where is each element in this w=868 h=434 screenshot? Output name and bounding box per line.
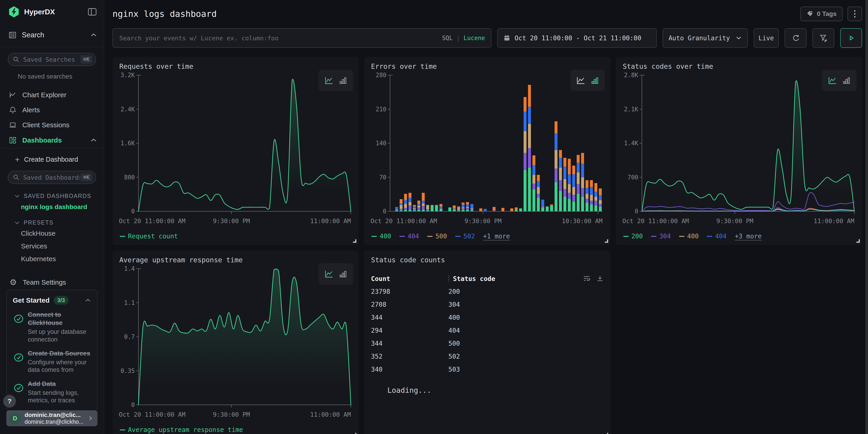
sidebar-collapse-icon[interactable] bbox=[87, 7, 97, 17]
bar-chart-icon[interactable] bbox=[339, 269, 348, 278]
legend-item[interactable]: 500 bbox=[427, 232, 447, 240]
column-drag-handle[interactable] bbox=[448, 276, 449, 282]
sidebar-item-nginx-logs-dashboard[interactable]: nginx logs dashboard bbox=[0, 203, 104, 211]
legend-item[interactable]: 404 bbox=[707, 232, 726, 240]
event-search-box[interactable]: SQL | Lucene bbox=[113, 28, 491, 48]
panel-errors-over-time: Errors over time 280210140700Oct 20 11:0… bbox=[364, 57, 610, 245]
line-chart-icon[interactable] bbox=[576, 76, 586, 85]
sidebar-item-team-settings[interactable]: ⚙ Team Settings bbox=[0, 276, 104, 289]
table-row[interactable]: 352502 bbox=[371, 350, 603, 363]
dashboard-grid: Requests over time 3.2K2.4K1.6K8000Oct 2… bbox=[113, 57, 862, 434]
saved-searches-field[interactable] bbox=[23, 56, 81, 63]
svg-text:0.7: 0.7 bbox=[124, 333, 135, 340]
table-row[interactable]: 344500 bbox=[371, 337, 603, 350]
saved-dashboards-section-toggle[interactable]: SAVED DASHBOARDS bbox=[0, 193, 104, 199]
table-row[interactable]: 340503 bbox=[371, 363, 603, 376]
date-range-picker[interactable]: Oct 20 11:00:00 - Oct 21 11:00:00 bbox=[497, 28, 657, 48]
line-chart-icon[interactable] bbox=[324, 269, 334, 278]
main-content: nginx logs dashboard 0 Tags SQL | Lucene bbox=[105, 0, 865, 434]
legend-item[interactable]: Request count bbox=[120, 232, 178, 240]
panel-resize-handle[interactable] bbox=[605, 433, 608, 434]
run-query-button[interactable] bbox=[840, 28, 862, 48]
wrap-text-icon[interactable] bbox=[583, 275, 590, 282]
svg-text:3.2K: 3.2K bbox=[120, 72, 135, 79]
column-header-count[interactable]: Count bbox=[371, 275, 448, 283]
get-started-item[interactable]: Create Data Sources Configure where your… bbox=[13, 349, 91, 374]
date-range-value: Oct 20 11:00:00 - Oct 21 11:00:00 bbox=[515, 34, 641, 42]
progress-badge: 3/3 bbox=[54, 296, 68, 305]
errors-chart[interactable]: 280210140700Oct 20 11:00:00 AM9:30:00 PM… bbox=[370, 72, 604, 231]
legend-item[interactable]: 200 bbox=[623, 232, 643, 240]
sidebar-item-client-sessions[interactable]: Client Sessions bbox=[0, 118, 104, 132]
legend-more-link[interactable]: +1 more bbox=[483, 232, 510, 240]
saved-dashboards-field[interactable] bbox=[23, 174, 81, 181]
table-row[interactable]: 294404 bbox=[371, 324, 603, 337]
shortcut-badge: ⌘K bbox=[81, 173, 92, 182]
panel-resize-handle[interactable] bbox=[353, 239, 356, 243]
scrollbar-thumb[interactable] bbox=[865, 0, 868, 434]
sql-mode-toggle[interactable]: SQL bbox=[442, 35, 453, 41]
legend-more-link[interactable]: +3 more bbox=[735, 232, 762, 240]
tags-button[interactable]: 0 Tags bbox=[800, 7, 842, 21]
legend-item[interactable]: Average upstream response time bbox=[120, 426, 243, 434]
legend-item[interactable]: 502 bbox=[455, 232, 475, 240]
column-header-status-code[interactable]: Status code bbox=[453, 275, 583, 283]
legend-item[interactable]: 404 bbox=[399, 232, 419, 240]
sidebar-item-chart-explorer[interactable]: Chart Explorer bbox=[0, 87, 104, 102]
page-scrollbar[interactable] bbox=[865, 0, 868, 434]
bar-chart-icon[interactable] bbox=[590, 76, 599, 85]
calendar-icon bbox=[503, 34, 510, 42]
legend-item[interactable]: 400 bbox=[371, 232, 391, 240]
legend-item[interactable]: 304 bbox=[651, 232, 671, 240]
legend-swatch bbox=[679, 236, 684, 237]
sidebar-item-dashboards[interactable]: Dashboards bbox=[0, 132, 104, 149]
table-row[interactable]: 23798200 bbox=[371, 285, 603, 298]
avg-upstream-chart[interactable]: 1.41.10.70.350Oct 20 11:00:00 AM9:30:00 … bbox=[118, 266, 353, 425]
dashboards-icon bbox=[9, 136, 17, 144]
get-started-header[interactable]: Get Started 3/3 bbox=[13, 296, 91, 305]
svg-text:11:00:00 AM: 11:00:00 AM bbox=[310, 217, 351, 224]
requests-chart[interactable]: 3.2K2.4K1.6K8000Oct 20 11:00:00 AM9:30:0… bbox=[118, 72, 353, 231]
event-search-input[interactable] bbox=[119, 34, 442, 42]
sidebar-item-kubernetes[interactable]: Kubernetes bbox=[0, 255, 104, 264]
granularity-select[interactable]: Auto Granularity bbox=[662, 28, 748, 48]
cell-count: 352 bbox=[371, 353, 448, 360]
sidebar-item-alerts[interactable]: Alerts bbox=[0, 102, 104, 118]
download-icon[interactable] bbox=[596, 275, 603, 282]
svg-text:1.1: 1.1 bbox=[124, 300, 135, 306]
create-dashboard-button[interactable]: + Create Dashboard bbox=[0, 154, 104, 165]
status-codes-chart[interactable]: 2.8K2.1K1.4K7000Oct 20 11:00:00 AM9:30:0… bbox=[622, 72, 856, 231]
bar-chart-icon[interactable] bbox=[339, 76, 348, 85]
help-button[interactable]: ? bbox=[3, 395, 16, 408]
panel-resize-handle[interactable] bbox=[857, 239, 860, 243]
refresh-button[interactable] bbox=[785, 28, 807, 48]
live-button[interactable]: Live bbox=[754, 28, 779, 48]
legend-item[interactable]: 400 bbox=[679, 232, 699, 240]
panel-resize-handle[interactable] bbox=[353, 433, 356, 434]
panel-resize-handle[interactable] bbox=[605, 239, 608, 243]
sidebar-item-services[interactable]: Services bbox=[0, 242, 104, 251]
bar-chart-icon[interactable] bbox=[842, 76, 851, 85]
get-started-item[interactable]: Connect to ClickHouse Set up your databa… bbox=[13, 311, 91, 343]
svg-text:0: 0 bbox=[383, 208, 386, 215]
filter-button[interactable] bbox=[812, 28, 834, 48]
line-chart-icon[interactable] bbox=[324, 76, 334, 85]
cell-count: 2708 bbox=[371, 301, 448, 308]
svg-text:9:30:00 PM: 9:30:00 PM bbox=[213, 411, 250, 418]
check-circle-icon bbox=[13, 349, 26, 374]
legend-label: 400 bbox=[687, 232, 699, 240]
user-menu[interactable]: D dominic.tran@clic... dominic.tran@clic… bbox=[6, 410, 97, 426]
dashboard-menu-button[interactable] bbox=[847, 7, 862, 21]
saved-searches-input[interactable]: ⌘K bbox=[8, 53, 96, 66]
sidebar-section-search[interactable]: Search bbox=[0, 24, 104, 47]
status-code-table: Count Status code 2379820027083043 bbox=[371, 272, 603, 395]
get-started-item[interactable]: Add Data Start sending logs, metrics, or… bbox=[13, 380, 91, 404]
presets-section-toggle[interactable]: PRESETS bbox=[0, 219, 104, 226]
lucene-mode-toggle[interactable]: Lucene bbox=[464, 35, 485, 41]
saved-dashboards-input[interactable]: ⌘K bbox=[8, 171, 96, 184]
line-chart-icon[interactable] bbox=[828, 76, 837, 85]
legend-swatch bbox=[623, 236, 629, 237]
sidebar-item-clickhouse[interactable]: ClickHouse bbox=[0, 229, 104, 239]
table-row[interactable]: 2708304 bbox=[371, 298, 603, 311]
table-row[interactable]: 344400 bbox=[371, 311, 603, 324]
